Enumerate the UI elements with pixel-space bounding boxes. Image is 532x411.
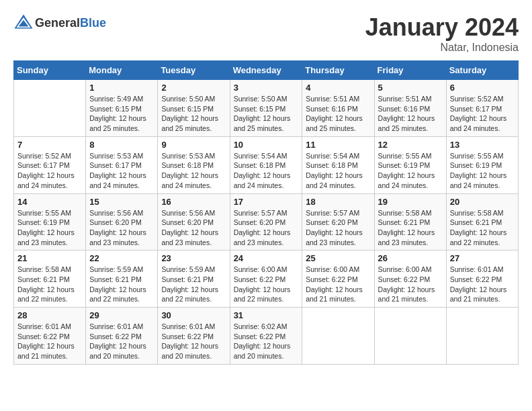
day-cell xyxy=(446,308,518,365)
day-info: Sunrise: 5:51 AM Sunset: 6:16 PM Dayligh… xyxy=(306,94,370,134)
day-number: 9 xyxy=(161,140,226,150)
day-cell: 16Sunrise: 5:56 AM Sunset: 6:20 PM Dayli… xyxy=(158,193,230,250)
day-info: Sunrise: 6:01 AM Sunset: 6:22 PM Dayligh… xyxy=(17,322,82,361)
day-number: 25 xyxy=(306,253,370,263)
day-info: Sunrise: 5:54 AM Sunset: 6:18 PM Dayligh… xyxy=(234,151,299,191)
day-info: Sunrise: 6:00 AM Sunset: 6:22 PM Dayligh… xyxy=(306,265,370,304)
week-row-2: 7Sunrise: 5:52 AM Sunset: 6:17 PM Daylig… xyxy=(14,136,519,193)
day-cell: 1Sunrise: 5:49 AM Sunset: 6:15 PM Daylig… xyxy=(86,80,158,137)
day-info: Sunrise: 5:51 AM Sunset: 6:16 PM Dayligh… xyxy=(378,94,443,134)
day-info: Sunrise: 6:00 AM Sunset: 6:22 PM Dayligh… xyxy=(234,265,299,304)
calendar-table: SundayMondayTuesdayWednesdayThursdayFrid… xyxy=(13,60,519,365)
col-header-tuesday: Tuesday xyxy=(158,61,230,80)
day-number: 20 xyxy=(450,197,515,207)
day-cell: 25Sunrise: 6:00 AM Sunset: 6:22 PM Dayli… xyxy=(302,250,374,308)
day-cell: 12Sunrise: 5:55 AM Sunset: 6:19 PM Dayli… xyxy=(374,136,446,193)
day-info: Sunrise: 5:53 AM Sunset: 6:18 PM Dayligh… xyxy=(161,151,226,191)
day-number: 28 xyxy=(17,310,82,320)
day-cell: 22Sunrise: 5:59 AM Sunset: 6:21 PM Dayli… xyxy=(86,250,158,308)
day-cell: 23Sunrise: 5:59 AM Sunset: 6:21 PM Dayli… xyxy=(158,250,230,308)
day-number: 21 xyxy=(17,253,82,263)
day-cell: 26Sunrise: 6:00 AM Sunset: 6:22 PM Dayli… xyxy=(374,250,446,308)
day-cell: 28Sunrise: 6:01 AM Sunset: 6:22 PM Dayli… xyxy=(14,308,86,365)
day-info: Sunrise: 5:55 AM Sunset: 6:19 PM Dayligh… xyxy=(17,208,82,248)
day-info: Sunrise: 6:01 AM Sunset: 6:22 PM Dayligh… xyxy=(450,265,515,304)
day-info: Sunrise: 5:59 AM Sunset: 6:21 PM Dayligh… xyxy=(89,265,154,304)
day-number: 12 xyxy=(378,140,443,150)
day-cell: 15Sunrise: 5:56 AM Sunset: 6:20 PM Dayli… xyxy=(86,193,158,250)
day-info: Sunrise: 5:55 AM Sunset: 6:19 PM Dayligh… xyxy=(450,151,515,191)
day-cell: 27Sunrise: 6:01 AM Sunset: 6:22 PM Dayli… xyxy=(446,250,518,308)
day-info: Sunrise: 5:58 AM Sunset: 6:21 PM Dayligh… xyxy=(17,265,82,304)
day-info: Sunrise: 5:58 AM Sunset: 6:21 PM Dayligh… xyxy=(450,208,515,248)
day-number: 2 xyxy=(161,83,226,93)
day-number: 22 xyxy=(89,253,154,263)
logo-blue: Blue xyxy=(80,16,106,30)
day-cell: 24Sunrise: 6:00 AM Sunset: 6:22 PM Dayli… xyxy=(230,250,302,308)
day-number: 6 xyxy=(450,83,515,93)
day-info: Sunrise: 5:52 AM Sunset: 6:17 PM Dayligh… xyxy=(17,151,82,191)
month-title: January 2024 xyxy=(365,13,519,42)
location: Natar, Indonesia xyxy=(365,42,519,54)
day-cell: 7Sunrise: 5:52 AM Sunset: 6:17 PM Daylig… xyxy=(14,136,86,193)
col-header-sunday: Sunday xyxy=(14,61,86,80)
day-number: 10 xyxy=(234,140,299,150)
day-cell: 30Sunrise: 6:01 AM Sunset: 6:22 PM Dayli… xyxy=(158,308,230,365)
day-number: 17 xyxy=(234,197,299,207)
title-block: January 2024 Natar, Indonesia xyxy=(365,13,519,54)
day-cell: 14Sunrise: 5:55 AM Sunset: 6:19 PM Dayli… xyxy=(14,193,86,250)
week-row-5: 28Sunrise: 6:01 AM Sunset: 6:22 PM Dayli… xyxy=(14,308,519,365)
day-info: Sunrise: 5:49 AM Sunset: 6:15 PM Dayligh… xyxy=(89,94,154,134)
day-cell: 11Sunrise: 5:54 AM Sunset: 6:18 PM Dayli… xyxy=(302,136,374,193)
day-info: Sunrise: 5:58 AM Sunset: 6:21 PM Dayligh… xyxy=(378,208,443,248)
day-number: 27 xyxy=(450,253,515,263)
day-cell: 8Sunrise: 5:53 AM Sunset: 6:17 PM Daylig… xyxy=(86,136,158,193)
day-info: Sunrise: 5:56 AM Sunset: 6:20 PM Dayligh… xyxy=(161,208,226,248)
day-info: Sunrise: 5:56 AM Sunset: 6:20 PM Dayligh… xyxy=(89,208,154,248)
day-info: Sunrise: 5:59 AM Sunset: 6:21 PM Dayligh… xyxy=(161,265,226,304)
day-cell xyxy=(374,308,446,365)
day-number: 31 xyxy=(234,310,299,320)
day-cell: 29Sunrise: 6:01 AM Sunset: 6:22 PM Dayli… xyxy=(86,308,158,365)
day-info: Sunrise: 5:52 AM Sunset: 6:17 PM Dayligh… xyxy=(450,94,515,134)
day-number: 23 xyxy=(161,253,226,263)
col-header-friday: Friday xyxy=(374,61,446,80)
day-number: 3 xyxy=(234,83,299,93)
day-info: Sunrise: 5:55 AM Sunset: 6:19 PM Dayligh… xyxy=(378,151,443,191)
col-header-thursday: Thursday xyxy=(302,61,374,80)
day-cell: 21Sunrise: 5:58 AM Sunset: 6:21 PM Dayli… xyxy=(14,250,86,308)
week-row-3: 14Sunrise: 5:55 AM Sunset: 6:19 PM Dayli… xyxy=(14,193,519,250)
day-info: Sunrise: 5:57 AM Sunset: 6:20 PM Dayligh… xyxy=(234,208,299,248)
day-info: Sunrise: 5:57 AM Sunset: 6:20 PM Dayligh… xyxy=(306,208,370,248)
day-cell: 4Sunrise: 5:51 AM Sunset: 6:16 PM Daylig… xyxy=(302,80,374,137)
day-info: Sunrise: 6:01 AM Sunset: 6:22 PM Dayligh… xyxy=(89,322,154,361)
day-number: 5 xyxy=(378,83,443,93)
day-number: 11 xyxy=(306,140,370,150)
day-info: Sunrise: 6:02 AM Sunset: 6:22 PM Dayligh… xyxy=(234,322,299,361)
day-cell xyxy=(14,80,86,137)
logo-icon xyxy=(13,13,34,34)
day-number: 19 xyxy=(378,197,443,207)
day-cell: 3Sunrise: 5:50 AM Sunset: 6:15 PM Daylig… xyxy=(230,80,302,137)
day-number: 24 xyxy=(234,253,299,263)
logo-general: General xyxy=(35,16,80,30)
day-cell xyxy=(302,308,374,365)
day-info: Sunrise: 5:53 AM Sunset: 6:17 PM Dayligh… xyxy=(89,151,154,191)
day-number: 4 xyxy=(306,83,370,93)
logo: GeneralBlue xyxy=(13,13,106,34)
day-number: 7 xyxy=(17,140,82,150)
day-cell: 17Sunrise: 5:57 AM Sunset: 6:20 PM Dayli… xyxy=(230,193,302,250)
calendar-header-row: SundayMondayTuesdayWednesdayThursdayFrid… xyxy=(14,61,519,80)
col-header-monday: Monday xyxy=(86,61,158,80)
day-cell: 6Sunrise: 5:52 AM Sunset: 6:17 PM Daylig… xyxy=(446,80,518,137)
day-number: 8 xyxy=(89,140,154,150)
day-cell: 20Sunrise: 5:58 AM Sunset: 6:21 PM Dayli… xyxy=(446,193,518,250)
week-row-1: 1Sunrise: 5:49 AM Sunset: 6:15 PM Daylig… xyxy=(14,80,519,137)
day-cell: 13Sunrise: 5:55 AM Sunset: 6:19 PM Dayli… xyxy=(446,136,518,193)
day-cell: 2Sunrise: 5:50 AM Sunset: 6:15 PM Daylig… xyxy=(158,80,230,137)
day-cell: 31Sunrise: 6:02 AM Sunset: 6:22 PM Dayli… xyxy=(230,308,302,365)
day-number: 18 xyxy=(306,197,370,207)
col-header-wednesday: Wednesday xyxy=(230,61,302,80)
day-cell: 10Sunrise: 5:54 AM Sunset: 6:18 PM Dayli… xyxy=(230,136,302,193)
day-number: 14 xyxy=(17,197,82,207)
